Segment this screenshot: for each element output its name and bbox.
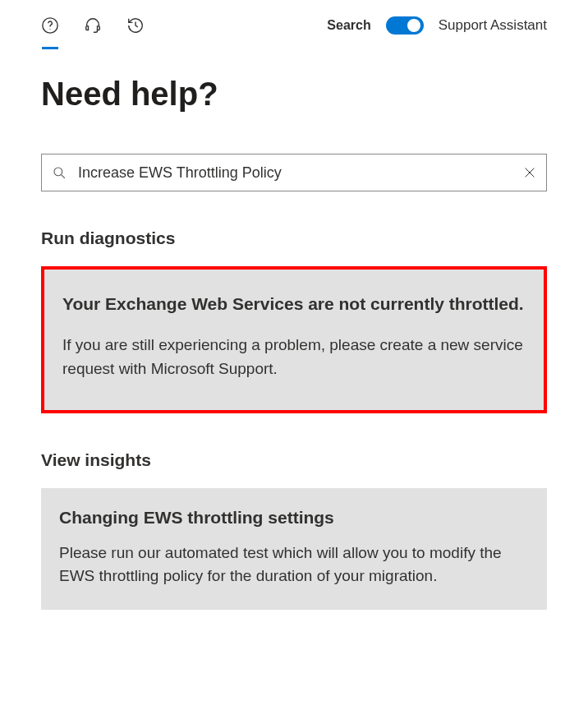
history-icon — [126, 16, 145, 35]
search-input[interactable] — [78, 164, 512, 182]
top-right-controls: Search Support Assistant — [327, 16, 547, 35]
insights-card[interactable]: Changing EWS throttling settings Please … — [41, 488, 547, 609]
headset-icon — [84, 16, 102, 35]
insights-heading: View insights — [41, 450, 547, 470]
search-box — [41, 154, 547, 191]
insights-body: Please run our automated test which will… — [59, 542, 529, 588]
top-bar: Search Support Assistant — [41, 16, 547, 35]
assistant-toggle[interactable] — [386, 16, 424, 35]
top-icon-tabs — [41, 16, 145, 35]
diagnostics-title: Your Exchange Web Services are not curre… — [62, 293, 526, 316]
search-icon — [52, 165, 67, 180]
help-icon — [41, 16, 59, 35]
svg-point-2 — [54, 168, 62, 176]
diagnostics-result-card: Your Exchange Web Services are not curre… — [41, 266, 547, 413]
svg-line-3 — [62, 175, 65, 178]
svg-point-1 — [49, 29, 50, 30]
headset-tab[interactable] — [84, 16, 102, 35]
insights-section: View insights Changing EWS throttling se… — [41, 450, 547, 609]
help-tab[interactable] — [41, 16, 59, 35]
clear-icon[interactable] — [523, 166, 536, 179]
active-tab-underline — [42, 47, 58, 49]
history-tab[interactable] — [126, 16, 145, 35]
page-title: Need help? — [41, 76, 547, 113]
insights-title: Changing EWS throttling settings — [59, 506, 529, 529]
diagnostics-heading: Run diagnostics — [41, 228, 547, 248]
assistant-label: Support Assistant — [439, 17, 547, 34]
toggle-knob — [407, 19, 420, 32]
search-mode-label: Search — [327, 18, 370, 33]
diagnostics-body: If you are still experiencing a problem,… — [62, 334, 526, 380]
